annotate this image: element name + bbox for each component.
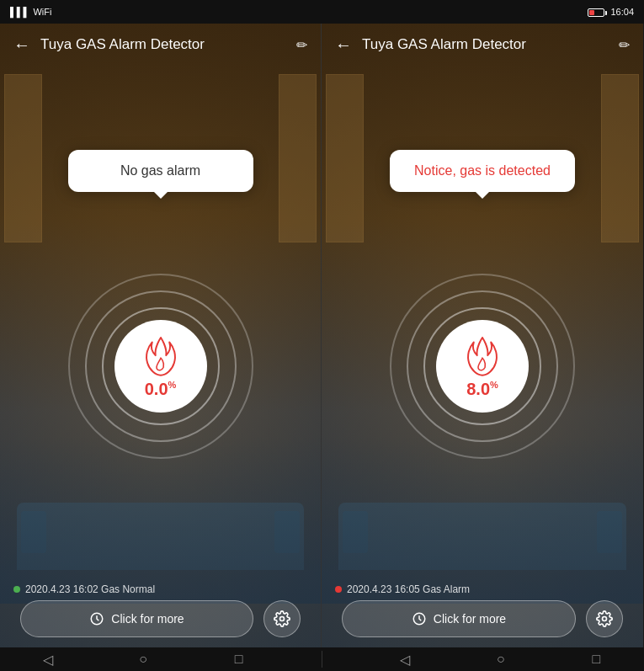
window-right-l bbox=[279, 74, 317, 242]
settings-button-left[interactable] bbox=[263, 600, 301, 637]
phone-left: ← Tuya GAS Alarm Detector ✏ No gas alarm… bbox=[0, 24, 322, 647]
nav-bar-left: ← Tuya GAS Alarm Detector ✏ bbox=[0, 24, 321, 66]
speech-bubble-right: Notice, gas is detected bbox=[390, 150, 575, 192]
back-nav-left[interactable]: ◁ bbox=[35, 649, 61, 669]
status-text-left: 2020.4.23 16:02 Gas Normal bbox=[25, 583, 155, 595]
bottom-buttons-left: Click for more bbox=[0, 600, 321, 637]
nav-bar-right: ← Tuya GAS Alarm Detector ✏ bbox=[322, 24, 643, 66]
phones-row: ← Tuya GAS Alarm Detector ✏ No gas alarm… bbox=[0, 24, 644, 647]
settings-button-right[interactable] bbox=[586, 600, 623, 637]
bottom-buttons-right: Click for more bbox=[322, 600, 643, 637]
back-button-left[interactable]: ← bbox=[13, 35, 30, 55]
svg-point-1 bbox=[280, 617, 285, 621]
gear-icon-right bbox=[596, 610, 613, 627]
bubble-text-left: No gas alarm bbox=[120, 163, 200, 178]
flame-icon-left bbox=[140, 334, 182, 381]
click-more-label-right: Click for more bbox=[434, 612, 506, 626]
click-more-label-left: Click for more bbox=[111, 612, 184, 626]
battery-icon bbox=[588, 8, 604, 17]
bottom-status-right: 2020.4.23 16:05 Gas Alarm bbox=[322, 583, 643, 595]
clock-icon-left bbox=[89, 611, 104, 626]
bottom-status-left: 2020.4.23 16:02 Gas Normal bbox=[0, 583, 321, 595]
click-more-button-right[interactable]: Click for more bbox=[342, 600, 576, 637]
ripple-left: 0.0% bbox=[68, 274, 253, 459]
status-dot-right bbox=[335, 586, 342, 593]
center-circle-left: 0.0% bbox=[114, 320, 207, 413]
flame-icon-right bbox=[461, 334, 503, 381]
status-dot-left bbox=[13, 586, 20, 593]
edit-button-right[interactable]: ✏ bbox=[619, 37, 630, 53]
sofa-left bbox=[17, 503, 304, 570]
recent-nav-right[interactable]: □ bbox=[583, 649, 609, 669]
svg-point-3 bbox=[603, 617, 607, 621]
home-nav-right[interactable]: ○ bbox=[488, 649, 514, 669]
back-button-right[interactable]: ← bbox=[335, 35, 352, 55]
recent-nav-left[interactable]: □ bbox=[226, 649, 252, 669]
signal-icon: ▌▌▌ bbox=[10, 7, 29, 17]
window-left-r bbox=[326, 74, 364, 242]
window-left-l bbox=[4, 74, 42, 242]
clock-icon-right bbox=[412, 611, 427, 626]
page-title-right: Tuya GAS Alarm Detector bbox=[362, 36, 619, 53]
sofa-right bbox=[338, 503, 626, 570]
status-text-right: 2020.4.23 16:05 Gas Alarm bbox=[347, 583, 470, 595]
home-nav-left[interactable]: ○ bbox=[130, 649, 156, 669]
bubble-text-right: Notice, gas is detected bbox=[414, 163, 551, 178]
nav-divider bbox=[322, 651, 322, 668]
gas-value-left: 0.0% bbox=[145, 381, 177, 397]
time-display: 16:04 bbox=[610, 7, 634, 17]
page-title-left: Tuya GAS Alarm Detector bbox=[40, 36, 296, 53]
status-bar-left: ▌▌▌ WiFi bbox=[10, 7, 51, 17]
status-bar-right: 16:04 bbox=[588, 7, 634, 17]
phone-right: ← Tuya GAS Alarm Detector ✏ Notice, gas … bbox=[322, 24, 643, 647]
click-more-button-left[interactable]: Click for more bbox=[20, 600, 253, 637]
gas-value-right: 8.0% bbox=[466, 381, 498, 397]
window-right-r bbox=[601, 74, 639, 242]
status-bar: ▌▌▌ WiFi 16:04 bbox=[0, 0, 644, 24]
android-nav-bar: ◁ ○ □ ◁ ○ □ bbox=[0, 647, 644, 671]
ripple-right: 8.0% bbox=[390, 274, 575, 459]
speech-bubble-left: No gas alarm bbox=[68, 150, 253, 192]
center-circle-right: 8.0% bbox=[436, 320, 529, 413]
gear-icon-left bbox=[274, 610, 290, 627]
back-nav-right[interactable]: ◁ bbox=[392, 649, 418, 669]
wifi-icon: WiFi bbox=[33, 7, 51, 17]
edit-button-left[interactable]: ✏ bbox=[296, 37, 307, 53]
